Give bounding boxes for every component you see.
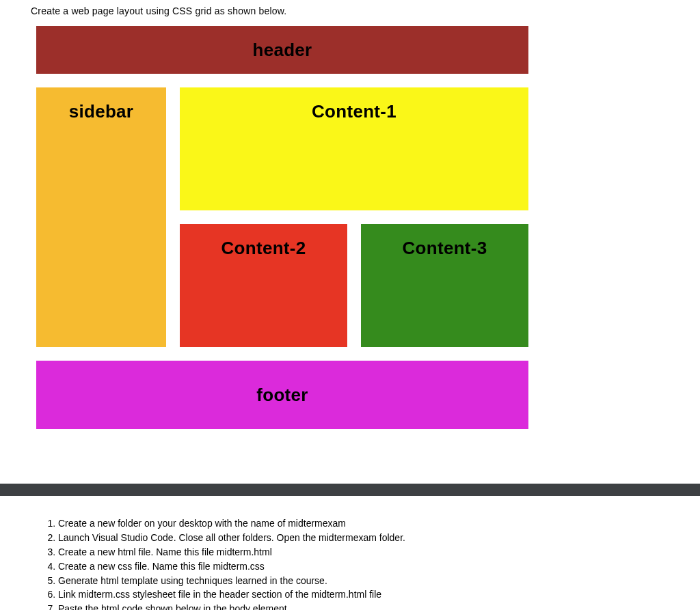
list-item: Create a new html file. Name this file m… xyxy=(58,545,669,559)
list-item: Generate html template using techniques … xyxy=(58,574,669,588)
grid-sidebar-box: sidebar xyxy=(36,87,166,347)
list-item: Paste the html code shown below in the b… xyxy=(58,602,669,610)
grid-content-1-label: Content-1 xyxy=(312,101,396,122)
list-item: Link midterm.css stylesheet file in the … xyxy=(58,587,669,602)
grid-content-3-label: Content-3 xyxy=(402,238,487,259)
grid-layout-demo: header sidebar Content-1 Content-2 Conte… xyxy=(36,26,537,429)
grid-header-label: header xyxy=(252,40,312,61)
grid-content-2-box: Content-2 xyxy=(180,224,347,347)
list-item: Create a new css file. Name this file mi… xyxy=(58,559,669,574)
grid-footer-box: footer xyxy=(36,361,528,429)
grid-header-box: header xyxy=(36,26,528,74)
instruction-list: Create a new folder on your desktop with… xyxy=(31,516,669,610)
grid-footer-label: footer xyxy=(256,385,308,406)
list-item: Create a new folder on your desktop with… xyxy=(58,516,669,531)
grid-sidebar-label: sidebar xyxy=(69,101,134,122)
list-item: Launch Visual Studio Code. Close all oth… xyxy=(58,531,669,545)
section-divider xyxy=(0,484,700,496)
grid-content-3-box: Content-3 xyxy=(361,224,528,347)
intro-text: Create a web page layout using CSS grid … xyxy=(31,0,669,20)
grid-content-2-label: Content-2 xyxy=(221,238,306,259)
document-page: Create a web page layout using CSS grid … xyxy=(0,0,700,463)
grid-content-1-box: Content-1 xyxy=(180,87,528,210)
instructions-section: Create a new folder on your desktop with… xyxy=(0,496,700,610)
